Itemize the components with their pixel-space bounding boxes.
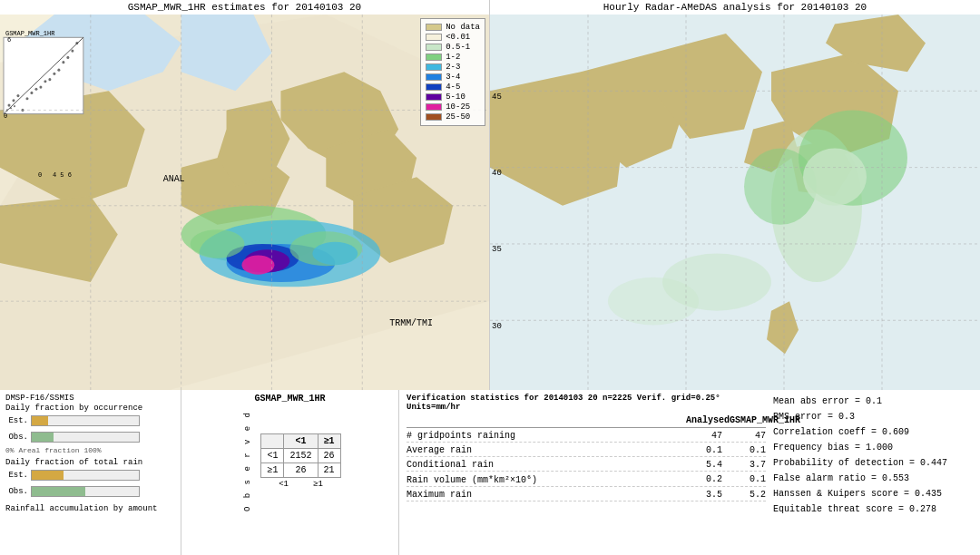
stat-rainvol-values: 0.2 0.1 [686,474,766,485]
rain-fraction-title: Daily fraction of total rain [5,458,175,467]
est-bar-track [31,415,140,426]
left-map-panel: GSMAP_MWR_1HR estimates for 20140103 20 [0,0,490,390]
svg-text:DMSP-F15/SSMI: DMSP-F15/SSMI [9,388,80,390]
bottom-center-panel: GSMAP_MWR_1HR O b s e r v e d <1 ≥1 [181,390,399,555]
svg-point-41 [14,105,15,107]
stat-corr-coeff: Correlation coeff = 0.609 [773,424,973,440]
svg-text:35: 35 [492,244,502,254]
est-occurrence-bar: Est. [5,414,175,428]
stat-maxrain-values: 3.5 5.2 [686,490,766,500]
contingency-corner [261,434,284,449]
svg-text:0: 0 [4,112,7,120]
col-gsmap-header: GSMAP_MWR_1HR [730,415,766,425]
stat-freq-bias: Frequency bias = 1.000 [773,440,973,455]
stats-left: Verification statistics for 20140103 20 … [407,394,773,551]
svg-point-34 [57,69,60,72]
svg-text:GSMAP_MWR_1HR: GSMAP_MWR_1HR [5,30,55,37]
top-section: GSMAP_MWR_1HR estimates for 20140103 20 [0,0,980,390]
right-map-title: Hourly Radar-AMeDAS analysis for 2014010… [490,0,980,15]
stat-avgrain-label: Average rain [407,445,472,455]
contingency-title: GSMAP_MWR_1HR [254,394,325,404]
val-lt1-ge1: 26 [318,449,340,463]
val-lt1-lt1: 2152 [284,449,318,463]
svg-text:ANAL: ANAL [163,173,185,184]
svg-text:40: 40 [492,168,502,178]
contingency-table: <1 ≥1 <1 2152 26 ≥1 [260,433,340,478]
svg-text:0: 0 [38,171,42,179]
right-map-panel: Hourly Radar-AMeDAS analysis for 2014010… [490,0,980,390]
right-stats: Mean abs error = 0.1 RMS error = 0.3 Cor… [773,394,973,551]
stat-hanssen-kuipers: Hanssen & Kuipers score = 0.435 [773,486,973,501]
stat-maxrain: Maximum rain 3.5 5.2 [407,490,766,501]
left-map-title: GSMAP_MWR_1HR estimates for 20140103 20 [0,0,489,15]
svg-point-32 [48,78,51,81]
stat-rainvol-gsmap: 0.1 [730,474,766,485]
observed-label: O b s e r v e d [243,411,252,511]
est-label1: Est. [5,416,28,425]
stat-condrain-gsmap: 3.7 [730,460,766,470]
stat-rainvol-analysed: 0.2 [686,474,722,485]
stat-maxrain-gsmap: 5.2 [730,490,766,500]
svg-text:TRMM/TMI: TRMM/TMI [389,316,433,327]
obs-label1: Obs. [5,433,28,442]
svg-text:45: 45 [492,92,502,102]
dmsp-label: DMSP-F16/SSMIS [5,394,175,403]
stat-gridpoints-analysed: 47 [686,431,722,441]
svg-text:30: 30 [492,320,502,330]
obs-rain-fill [32,487,85,496]
est-rain-track [31,470,140,481]
svg-point-29 [34,88,37,91]
right-map-svg: 45 40 35 30 25 125 130 135 140 145 20 Pr… [490,15,980,390]
col-lt1-header: <1 [284,434,318,449]
svg-point-73 [608,278,699,326]
bottom-left-panel: DMSP-F16/SSMIS Daily fraction by occurre… [0,390,181,555]
stat-equitable-threat: Equitable threat score = 0.278 [773,501,973,517]
obs-occurrence-bar: Obs. [5,430,175,444]
stat-condrain: Conditional rain 5.4 3.7 [407,460,766,472]
svg-point-25 [16,94,19,97]
svg-text:4 5 6: 4 5 6 [53,171,72,179]
stat-condrain-analysed: 5.4 [686,460,722,470]
stat-avgrain: Average rain 0.1 0.1 [407,445,766,457]
stat-maxrain-label: Maximum rain [407,490,472,500]
obs-label2: Obs. [5,487,28,496]
val-ge1-lt1: 26 [284,463,318,478]
obs-bar-fill [32,433,54,442]
svg-point-71 [803,149,867,206]
row-ge1-label: ≥1 [261,463,284,478]
main-container: GSMAP_MWR_1HR estimates for 20140103 20 [0,0,980,555]
est-rain-bar: Est. [5,468,175,482]
stat-prob-detection: Probability of detection = 0.447 [773,455,973,471]
svg-point-35 [62,61,64,63]
col-label-row: <1 ≥1 [260,480,340,489]
stat-avgrain-gsmap: 0.1 [730,445,766,455]
stat-condrain-values: 5.4 3.7 [686,460,766,470]
obs-rain-track [31,486,140,497]
svg-point-27 [25,97,28,100]
col-ge1-bottom: ≥1 [313,480,323,489]
col-lt1-bottom: <1 [279,480,289,489]
est-bar-fill [32,416,48,425]
verification-title: Verification statistics for 20140103 20 … [407,394,766,412]
svg-point-18 [242,256,275,275]
occurrence-title: Daily fraction by occurrence [5,404,175,413]
stat-maxrain-analysed: 3.5 [686,490,722,500]
svg-point-24 [12,99,15,102]
svg-point-30 [39,86,42,89]
stat-false-alarm-ratio: False alarm ratio = 0.553 [773,471,973,486]
obs-bar-track [31,432,140,443]
left-map-svg: 0 6 0 4 5 6 GSMAP_MWR_1HR ANAL TRMM/TMI … [0,15,489,390]
col-ge1-header: ≥1 [318,434,340,449]
rainfall-accum-title: Rainfall accumulation by amount [5,504,175,513]
stat-gridpoints-gsmap: 47 [730,431,766,441]
row-lt1-label: <1 [261,449,284,463]
stat-condrain-label: Conditional rain [407,460,494,470]
stat-rainvol-label: Rain volume (mm*km²×10⁶) [407,474,537,485]
svg-point-23 [7,104,10,107]
svg-text:25: 25 [492,389,502,390]
col-analysed-header: Analysed [686,415,722,425]
svg-point-36 [66,56,69,59]
stat-rainvol: Rain volume (mm*km²×10⁶) 0.2 0.1 [407,474,766,487]
svg-point-33 [53,73,55,75]
svg-point-21 [312,242,358,265]
